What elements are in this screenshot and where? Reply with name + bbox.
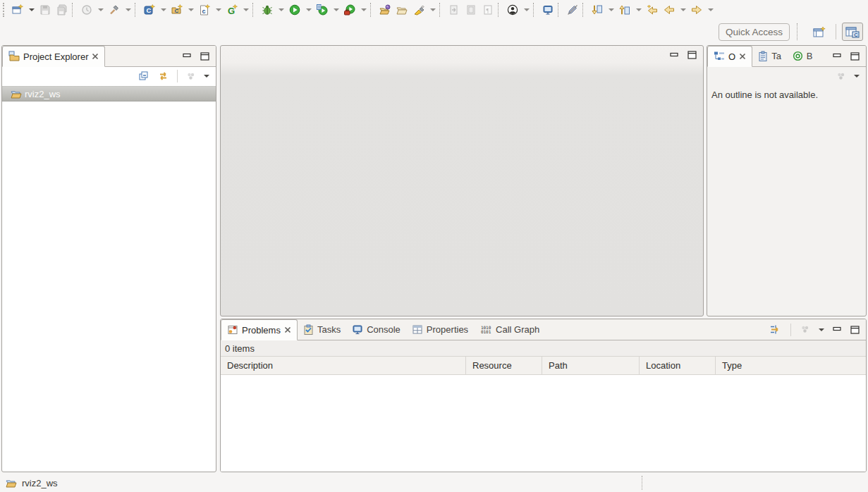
quick-access-button[interactable]: Quick Access — [719, 23, 790, 41]
project-explorer-tabrow: Project Explorer — [2, 46, 216, 67]
build-dropdown[interactable] — [123, 1, 133, 18]
convert-doc-icon — [448, 4, 460, 16]
column-header-type[interactable]: Type — [716, 357, 866, 374]
run-dropdown[interactable] — [303, 1, 314, 18]
save-all-button[interactable] — [54, 1, 71, 18]
tab-label: Call Graph — [496, 324, 539, 335]
debug-button[interactable] — [259, 1, 276, 18]
launch-history-dropdown[interactable] — [95, 1, 106, 18]
minimize-icon[interactable] — [833, 326, 842, 333]
view-menu-chevron[interactable] — [204, 75, 209, 78]
user-profile-button[interactable] — [504, 1, 521, 18]
cpp-perspective-button[interactable]: C — [842, 23, 863, 41]
view-menu-icon[interactable] — [800, 325, 810, 334]
close-icon[interactable] — [92, 53, 99, 60]
user-profile-dropdown[interactable] — [521, 1, 532, 18]
editor-area-panel[interactable] — [220, 45, 704, 316]
svg-text:C: C — [147, 6, 152, 14]
tab-label: Tasks — [317, 324, 341, 335]
tree-item-rviz2-ws[interactable]: rviz2_ws — [2, 86, 216, 102]
problems-table-body[interactable] — [221, 376, 866, 472]
editor-tabrow — [221, 46, 703, 64]
tab-call-graph[interactable]: 1010 0101 Call Graph — [474, 319, 545, 340]
new-wizard-button[interactable] — [9, 1, 26, 18]
open-resource-button[interactable] — [393, 1, 410, 18]
new-source-file-icon: c — [199, 4, 210, 16]
tab-outline[interactable]: O — [707, 46, 752, 67]
coverage-dropdown[interactable] — [331, 1, 341, 18]
last-edit-location-button[interactable] — [644, 1, 661, 18]
next-annotation-dropdown[interactable] — [606, 1, 616, 18]
new-generate-button[interactable]: G — [224, 1, 240, 18]
forward-dropdown[interactable] — [705, 1, 716, 18]
view-menu-icon[interactable] — [185, 72, 196, 81]
new-wizard-dropdown[interactable] — [26, 1, 37, 18]
previous-annotation-icon — [619, 4, 630, 16]
highlight-marker-dropdown[interactable] — [427, 1, 438, 18]
minimize-icon[interactable] — [670, 51, 679, 59]
collapse-all-icon[interactable] — [138, 70, 149, 82]
maximize-icon[interactable] — [850, 326, 860, 334]
new-source-folder-button[interactable]: C — [169, 1, 185, 18]
bottom-panel-toolbar — [769, 319, 866, 340]
clock-history-icon — [81, 4, 92, 16]
maximize-icon[interactable] — [687, 51, 697, 59]
run-button[interactable] — [286, 1, 303, 18]
highlight-marker-button[interactable] — [410, 1, 427, 18]
tab-breakpoints[interactable]: B — [787, 46, 819, 66]
tab-task-list[interactable]: Ta — [752, 46, 787, 66]
forward-button[interactable] — [688, 1, 705, 18]
next-annotation-button[interactable] — [589, 1, 606, 18]
build-button[interactable] — [106, 1, 123, 18]
tab-problems[interactable]: Problems — [221, 319, 298, 340]
previous-annotation-button[interactable] — [616, 1, 633, 18]
compare-doc-button[interactable] — [463, 1, 479, 18]
maximize-icon[interactable] — [850, 52, 860, 61]
column-header-path[interactable]: Path — [542, 357, 640, 374]
back-button[interactable] — [661, 1, 678, 18]
tab-console[interactable]: Console — [346, 319, 406, 340]
coverage-button[interactable] — [314, 1, 331, 18]
external-tools-dropdown[interactable] — [358, 1, 369, 18]
show-whitespace-icon: ¶ — [482, 4, 494, 16]
close-icon[interactable] — [284, 326, 291, 333]
debug-dropdown[interactable] — [276, 1, 286, 18]
external-tools-button[interactable] — [341, 1, 358, 18]
new-source-file-dropdown[interactable] — [213, 1, 224, 18]
tab-tasks[interactable]: Tasks — [298, 319, 346, 340]
new-generate-icon: G — [226, 4, 238, 16]
tab-project-explorer[interactable]: Project Explorer — [2, 46, 105, 67]
new-generate-dropdown[interactable] — [240, 1, 251, 18]
link-with-editor-icon[interactable] — [157, 70, 169, 82]
open-element-button[interactable] — [377, 1, 393, 18]
view-menu-chevron[interactable] — [819, 328, 824, 331]
new-class-button[interactable]: C — [141, 1, 158, 18]
tab-properties[interactable]: Properties — [406, 319, 474, 340]
new-class-dropdown[interactable] — [158, 1, 169, 18]
status-bar: rviz2_ws — [0, 474, 868, 492]
minimize-icon[interactable] — [833, 52, 842, 60]
column-header-resource[interactable]: Resource — [466, 357, 542, 374]
group-markers-icon[interactable] — [769, 324, 782, 336]
show-whitespace-button[interactable]: ¶ — [479, 1, 496, 18]
maximize-icon[interactable] — [200, 52, 209, 61]
toolbar-drag-handle[interactable] — [3, 3, 6, 17]
close-icon[interactable] — [739, 53, 746, 60]
new-source-file-button[interactable]: c — [196, 1, 213, 18]
column-header-location[interactable]: Location — [640, 357, 716, 374]
pencil-slash-button[interactable] — [564, 1, 581, 18]
open-console-button[interactable] — [539, 1, 556, 18]
launch-history-button[interactable] — [78, 1, 95, 18]
back-dropdown[interactable] — [678, 1, 688, 18]
view-menu-chevron[interactable] — [854, 75, 860, 78]
outline-message: An outline is not available. — [707, 85, 866, 104]
view-menu-icon[interactable] — [836, 72, 846, 81]
new-source-folder-dropdown[interactable] — [185, 1, 196, 18]
status-selection-label: rviz2_ws — [22, 478, 58, 488]
save-button[interactable] — [37, 1, 54, 18]
convert-doc-button[interactable] — [446, 1, 463, 18]
minimize-icon[interactable] — [183, 52, 192, 60]
column-header-description[interactable]: Description — [221, 357, 466, 374]
open-perspective-button[interactable] — [809, 23, 830, 41]
previous-annotation-dropdown[interactable] — [633, 1, 644, 18]
